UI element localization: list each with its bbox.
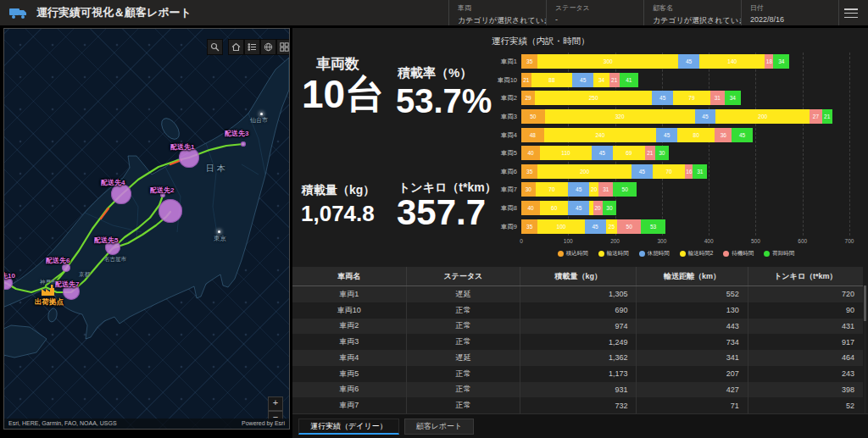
column-header[interactable]: 車両名 <box>292 267 407 286</box>
bar-segment[interactable]: 50 <box>521 109 545 124</box>
column-header[interactable]: トンキロ（t*km） <box>748 267 863 286</box>
bar-segment[interactable]: 45 <box>568 201 589 215</box>
bar-segment[interactable]: 21 <box>645 146 655 160</box>
bar-segment[interactable]: 40 <box>521 201 540 215</box>
legend-item[interactable]: 休憩時間 <box>639 250 670 258</box>
bar-segment[interactable]: 29 <box>521 91 535 105</box>
factory-icon[interactable] <box>41 285 56 297</box>
bar-segment[interactable]: 100 <box>537 219 584 234</box>
bar-segment[interactable]: 31 <box>710 91 725 105</box>
bar-segment[interactable]: 45 <box>732 128 753 142</box>
bar-segment[interactable]: 45 <box>592 146 613 160</box>
bar-segment[interactable]: 21 <box>822 109 832 124</box>
bar-segment[interactable]: 110 <box>540 146 592 160</box>
table-row[interactable]: 車両5正常1,173207243 <box>292 366 863 382</box>
table-cell: 遅延 <box>407 350 521 366</box>
bar-segment[interactable]: 80 <box>677 128 715 142</box>
bar-segment[interactable]: 40 <box>521 146 540 160</box>
bar-segment[interactable]: 50 <box>613 182 637 197</box>
basemap-icon[interactable] <box>276 39 290 55</box>
bar-segment[interactable]: 69 <box>613 146 645 160</box>
bar-segment[interactable]: 30 <box>603 201 617 215</box>
bar-segment[interactable]: 35 <box>521 164 537 179</box>
delivery-point[interactable] <box>241 141 246 147</box>
bar-segment[interactable]: 45 <box>652 91 673 105</box>
table-row[interactable]: 車両4遅延1,362341464 <box>292 350 863 366</box>
bar-segment[interactable]: 140 <box>699 54 765 69</box>
legend-icon[interactable] <box>244 39 260 55</box>
bar-segment[interactable]: 200 <box>715 109 810 124</box>
zoom-in-button[interactable]: + <box>268 396 283 411</box>
bar-segment[interactable]: 18 <box>765 54 773 69</box>
header-filter-1[interactable]: ステータス- <box>546 0 643 25</box>
bar-segment[interactable]: 50 <box>617 219 641 234</box>
legend-item[interactable]: 積込時間 <box>558 250 588 258</box>
table-row[interactable]: 車両7正常7327152 <box>292 397 863 413</box>
bar-segment[interactable]: 240 <box>544 128 657 142</box>
column-header[interactable]: 輸送距離（km） <box>637 267 748 286</box>
bar-segment[interactable]: 45 <box>585 219 606 234</box>
globe-icon[interactable] <box>260 39 276 55</box>
legend-item[interactable]: 輸送時間2 <box>680 250 714 258</box>
bar-segment[interactable]: 79 <box>673 91 710 105</box>
bar-segment[interactable]: 45 <box>695 109 716 124</box>
bar-segment[interactable]: 21 <box>609 73 620 87</box>
bar-segment[interactable]: 45 <box>632 164 653 179</box>
chart-row: 車両54011045692130 <box>521 146 849 160</box>
map-panel[interactable]: 仙台市日本東京名古屋市京都神戸市 配送先1配送先2配送先3配送先4配送先5配送先… <box>3 28 290 430</box>
bar-segment[interactable]: 35 <box>521 54 537 69</box>
bar-segment[interactable]: 70 <box>536 182 569 197</box>
bar-segment[interactable]: 48 <box>521 128 544 142</box>
tab-customer-report[interactable]: 顧客レポート <box>404 419 475 435</box>
bar-segment[interactable]: 200 <box>537 164 632 179</box>
column-header[interactable]: ステータス <box>407 267 521 286</box>
table-row[interactable]: 車両6正常931427398 <box>292 382 863 398</box>
bar-segment[interactable]: 320 <box>545 109 695 124</box>
table-scrollbar[interactable] <box>864 286 866 413</box>
bar-segment[interactable]: 45 <box>572 73 593 87</box>
legend-item[interactable]: 荷卸時間 <box>764 250 794 258</box>
bar-segment[interactable]: 31 <box>598 182 613 197</box>
search-icon[interactable] <box>207 39 223 55</box>
delivery-point[interactable] <box>159 199 182 223</box>
bar-segment[interactable]: 250 <box>535 91 652 105</box>
table-row[interactable]: 車両2正常974443431 <box>292 319 863 335</box>
table-row[interactable]: 車両3正常1,249734917 <box>292 334 863 350</box>
menu-icon[interactable] <box>844 8 858 18</box>
column-header[interactable]: 積載量（kg） <box>520 267 637 286</box>
home-icon[interactable] <box>228 39 244 55</box>
bar-segment[interactable]: 20 <box>589 182 598 197</box>
legend-item[interactable]: 待機時間 <box>723 250 754 258</box>
bar-segment[interactable]: 25 <box>606 219 618 234</box>
kpi-vehicle-count-value: 10台 <box>302 75 384 114</box>
bar-segment[interactable]: 53 <box>641 219 665 234</box>
bar-segment[interactable]: 34 <box>725 91 741 105</box>
bar-segment[interactable]: 45 <box>568 182 589 197</box>
bar-segment[interactable]: 88 <box>531 73 573 87</box>
bar-segment[interactable]: 41 <box>620 73 639 87</box>
bar-segment[interactable]: 45 <box>678 54 699 69</box>
bar-segment[interactable]: 31 <box>693 164 707 179</box>
header-filter-2[interactable]: 顧客名カテゴリが選択されていません <box>643 0 741 25</box>
bar-segment[interactable]: 45 <box>656 128 677 142</box>
tab-daily-report[interactable]: 運行実績（デイリー） <box>298 419 399 435</box>
header-filter-0[interactable]: 車両カテゴリが選択されていません <box>448 0 546 25</box>
bar-segment[interactable]: 30 <box>521 182 536 197</box>
bar-segment[interactable]: 60 <box>540 201 568 215</box>
page-title: 運行実績可視化＆顧客レポート <box>36 5 192 20</box>
bar-segment[interactable]: 16 <box>685 164 693 179</box>
bar-segment[interactable]: 30 <box>655 146 670 160</box>
bar-segment[interactable]: 34 <box>773 54 789 69</box>
legend-item[interactable]: 輸送時間 <box>598 250 629 258</box>
bar-segment[interactable]: 27 <box>810 109 822 124</box>
bar-segment[interactable]: 36 <box>715 128 732 142</box>
bar-segment[interactable]: 21 <box>521 73 531 87</box>
bar-segment[interactable]: 300 <box>537 54 678 69</box>
bar-segment[interactable]: 35 <box>521 219 537 234</box>
bar-segment[interactable]: 20 <box>593 201 603 215</box>
table-row[interactable]: 車両1遅延1,305552720 <box>292 286 863 302</box>
bar-segment[interactable]: 70 <box>653 164 686 179</box>
bar-segment[interactable]: 34 <box>593 73 609 87</box>
header-filter-3[interactable]: 日付2022/8/16 <box>741 0 838 25</box>
table-row[interactable]: 車両10正常69013090 <box>292 302 863 319</box>
